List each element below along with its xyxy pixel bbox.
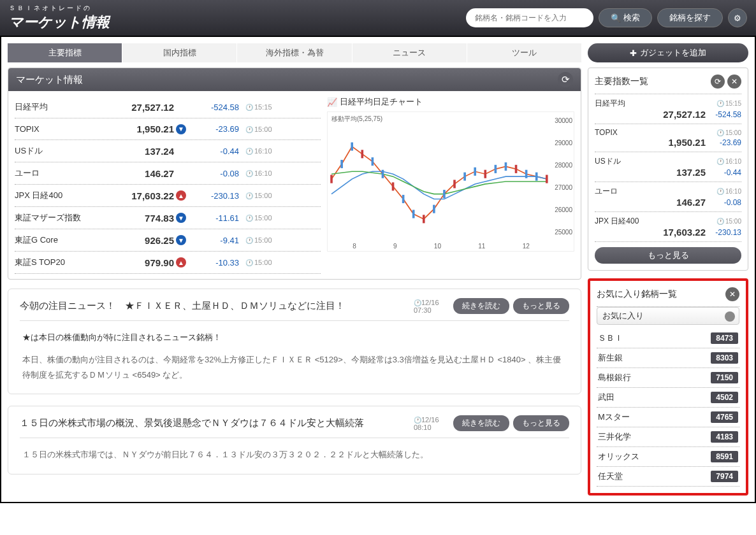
clock-icon: [245, 214, 253, 222]
side-index-change: -524.58: [706, 110, 741, 119]
side-index-row[interactable]: TOPIX15:00 1,950.21-23.69: [595, 124, 741, 152]
svg-rect-15: [484, 170, 486, 178]
favorites-close-button[interactable]: ✕: [725, 287, 739, 301]
logo-subtitle: ＳＢＩネオトレードの: [9, 4, 110, 13]
index-row[interactable]: 東証S TOP20 979.90 ▲ -10.33 15:00: [15, 252, 321, 274]
read-more-button[interactable]: 続きを読む: [453, 298, 509, 314]
side-index-time: 15:00: [716, 129, 741, 136]
favorite-row[interactable]: Mスター4765: [597, 408, 739, 427]
index-value: 926.25: [104, 235, 174, 246]
arrow-down-icon: ▼: [176, 124, 186, 134]
side-index-name: ユーロ: [595, 186, 716, 197]
favorite-row[interactable]: オリックス8591: [597, 447, 739, 467]
chart-ytick: 26000: [555, 206, 572, 213]
clock-icon: [245, 192, 253, 199]
logo-title: マーケット情報: [9, 13, 110, 32]
search-button[interactable]: 🔍検索: [599, 8, 652, 27]
index-name: TOPIX: [15, 124, 104, 134]
favorite-name: 新生銀: [598, 352, 711, 364]
side-index-value: 146.27: [595, 197, 706, 208]
svg-rect-8: [412, 210, 415, 218]
svg-rect-3: [361, 150, 363, 158]
index-row[interactable]: 東証マザーズ指数 774.83 ▼ -11.61 15:00: [15, 207, 321, 229]
tab-news[interactable]: ニュース: [353, 43, 467, 62]
chart-ytick: 28000: [555, 162, 572, 169]
refresh-button[interactable]: ⟳: [558, 72, 573, 87]
read-more-button[interactable]: 続きを読む: [453, 415, 509, 431]
index-row[interactable]: USドル 137.24 -0.44 16:10: [15, 140, 321, 162]
clock-icon: [716, 188, 724, 195]
favorite-code: 7974: [711, 471, 738, 482]
side-index-name: USドル: [595, 156, 716, 167]
index-row[interactable]: ユーロ 146.27 -0.08 16:10: [15, 162, 321, 185]
clock-icon: [245, 259, 253, 266]
add-gadget-button[interactable]: ✚ガジェットを追加: [588, 43, 748, 62]
favorite-name: 島根銀行: [598, 372, 711, 383]
explore-stocks-button[interactable]: 銘柄を探す: [657, 8, 723, 27]
index-name: ユーロ: [15, 168, 104, 179]
favorite-code: 4765: [711, 411, 738, 423]
favorite-row[interactable]: 三井化学4183: [597, 427, 739, 447]
arrow-up-icon: ▲: [176, 190, 186, 201]
favorite-name: 武田: [598, 392, 711, 403]
see-more-button[interactable]: もっと見る: [513, 298, 569, 314]
side-index-value: 17,603.22: [595, 227, 706, 238]
index-arrow: ▲: [174, 257, 188, 268]
side-index-name: JPX 日経400: [595, 216, 716, 227]
favorite-code: 7150: [711, 372, 738, 383]
side-index-row[interactable]: JPX 日経40015:00 17,603.22-230.13: [595, 212, 741, 242]
tab-tools[interactable]: ツール: [467, 43, 581, 62]
arrow-up-icon: ▲: [176, 257, 186, 268]
news-title: １５日の米株式市場の概況、景気後退懸念でＮＹダウは７６４ドル安と大幅続落: [20, 417, 414, 429]
see-more-button[interactable]: もっと見る: [513, 415, 569, 431]
favorites-panel: お気に入り銘柄一覧 ✕ お気に入り ＳＢＩ8473新生銀8303島根銀行7150…: [588, 278, 748, 496]
settings-button[interactable]: ⚙: [728, 8, 747, 27]
index-row[interactable]: 東証G Core 926.25 ▼ -9.41 15:00: [15, 229, 321, 252]
favorite-row[interactable]: 任天堂7974: [597, 467, 739, 487]
side-index-value: 137.25: [595, 167, 706, 178]
side-more-button[interactable]: もっと見る: [595, 247, 741, 264]
search-input[interactable]: [466, 8, 593, 27]
favorites-title: お気に入り銘柄一覧: [597, 289, 723, 300]
tab-main-indices[interactable]: 主要指標: [8, 43, 122, 62]
favorite-row[interactable]: ＳＢＩ8473: [597, 329, 739, 348]
svg-rect-10: [433, 205, 435, 213]
favorite-row[interactable]: 武田4502: [597, 388, 739, 408]
index-value: 979.90: [104, 257, 174, 268]
main-tabs: 主要指標 国内指標 海外指標・為替 ニュース ツール: [8, 43, 581, 62]
svg-rect-13: [463, 173, 466, 181]
side-refresh-button[interactable]: ⟳: [711, 75, 725, 89]
index-name: 東証G Core: [15, 234, 104, 246]
side-index-time: 16:10: [716, 188, 741, 195]
side-index-time: 16:10: [716, 158, 741, 165]
favorite-row[interactable]: 新生銀8303: [597, 348, 739, 368]
tab-overseas-fx[interactable]: 海外指標・為替: [237, 43, 351, 62]
favorite-code: 8473: [711, 332, 738, 344]
index-row[interactable]: 日経平均 27,527.12 -524.58 15:15: [15, 96, 321, 118]
side-index-row[interactable]: USドル16:10 137.25-0.44: [595, 152, 741, 182]
side-index-change: -23.69: [706, 138, 741, 147]
clock-icon: [716, 218, 724, 225]
close-icon: ✕: [731, 77, 738, 86]
index-change: -230.13: [188, 191, 239, 201]
arrow-down-icon: ▼: [176, 213, 186, 223]
favorite-row[interactable]: 島根銀行7150: [597, 368, 739, 388]
clock-icon: [245, 147, 253, 155]
favorite-code: 4183: [711, 431, 738, 443]
market-info-panel: マーケット情報 ⟳ 日経平均 27,527.12 -524.58 15:15TO…: [8, 68, 581, 280]
side-close-button[interactable]: ✕: [727, 75, 741, 89]
index-row[interactable]: JPX 日経400 17,603.22 ▲ -230.13 15:00: [15, 185, 321, 207]
favorite-name: オリックス: [598, 451, 711, 462]
favorites-select[interactable]: お気に入り: [597, 307, 739, 325]
side-index-row[interactable]: 日経平均15:15 27,527.12-524.58: [595, 94, 741, 124]
side-index-row[interactable]: ユーロ16:10 146.27-0.08: [595, 182, 741, 212]
nikkei-chart: 移動平均(5,25,75) 30000290002800027000260002…: [327, 111, 574, 252]
svg-rect-0: [330, 175, 333, 183]
tab-domestic[interactable]: 国内指標: [122, 43, 236, 62]
index-value: 137.24: [104, 146, 174, 157]
index-row[interactable]: TOPIX 1,950.21 ▼ -23.69 15:00: [15, 118, 321, 140]
clock-icon: [245, 103, 253, 111]
svg-rect-18: [515, 165, 518, 173]
index-time: 15:00: [245, 192, 272, 199]
index-time: 15:00: [245, 236, 272, 244]
